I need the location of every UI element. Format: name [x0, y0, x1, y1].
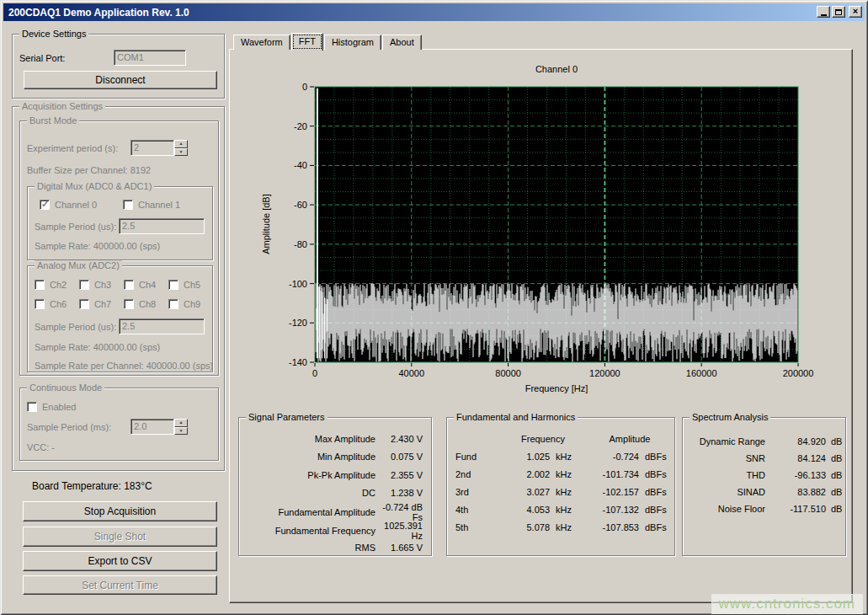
harmonic-frequency-unit: kHz [550, 452, 583, 462]
titlebar: 200CDAQ1 Demo Application Rev. 1.0 × [3, 3, 865, 21]
table-row: Noise Floor-117.510dB [684, 500, 844, 517]
harmonics-table: Frequency Amplitude Fund1.025kHz-0.724dB… [455, 430, 671, 536]
tab-label: Histogram [332, 37, 374, 47]
signal-parameters-legend: Signal Parameters [246, 412, 327, 422]
row-value: 0.075 V [375, 452, 428, 462]
harmonics-col-frequency: Frequency [503, 434, 583, 444]
harmonics-rows: Fund1.025kHz-0.724dBFs2nd2.002kHz-101.73… [455, 447, 671, 536]
harmonics-group: Fundamental and Harmonics Frequency Ampl… [446, 417, 675, 556]
burst-mode-group: Burst Mode Experiment period (s): 2 ▲▼ B… [19, 120, 219, 376]
row-value: 2.430 V [375, 434, 428, 444]
amux-sample-period-label: Sample Period (us): [35, 322, 116, 332]
spin-up-icon: ▲ [174, 419, 188, 427]
buffer-size-text: Buffer Size per Channel: 8192 [27, 165, 151, 175]
row-value: -117.510 [765, 504, 826, 514]
analog-channel-ch5: Ch5 [168, 280, 200, 290]
harmonic-frequency: 2.002 [503, 469, 550, 479]
ch7-label: Ch7 [94, 299, 111, 309]
y-tick-label: -40 [294, 160, 307, 170]
spectrum-analysis-group: Spectrum Analysis Dynamic Range84.920dBS… [682, 417, 846, 556]
tab-about[interactable]: About [382, 35, 422, 50]
spin-down-icon: ▼ [174, 427, 188, 436]
ch5-label: Ch5 [184, 280, 200, 290]
row-label: SINAD [684, 487, 765, 497]
tab-strip: WaveformFFTHistogramAbout [233, 33, 423, 50]
continuous-mode-group: Continuous Mode Enabled Sample Period (m… [19, 388, 219, 461]
tab-label: FFT [299, 36, 316, 46]
analog-channel-ch3: Ch3 [79, 280, 111, 290]
x-tick-label: 160000 [686, 368, 717, 378]
ch9-label: Ch9 [184, 299, 200, 309]
export-to-csv-button[interactable]: Export to CSV [23, 551, 217, 571]
harmonic-name: 5th [455, 522, 503, 532]
analog-channel-ch4: Ch4 [124, 280, 156, 290]
ch3-label: Ch3 [94, 280, 111, 290]
tab-label: About [390, 37, 414, 47]
acquisition-settings-legend: Acquisition Settings [19, 101, 105, 111]
harmonic-frequency-unit: kHz [550, 505, 583, 515]
harmonic-amplitude: -102.157 [583, 487, 639, 497]
x-tick-label: 200000 [783, 368, 814, 378]
ch2-label: Ch2 [50, 280, 67, 290]
ch6-checkbox [35, 299, 45, 309]
row-label: Fundamental Amplitude [242, 507, 375, 517]
ch5-checkbox [168, 280, 178, 290]
single-shot-button: Single Shot [23, 527, 217, 547]
tab-waveform[interactable]: Waveform [233, 35, 290, 50]
row-value: 83.882 [765, 487, 826, 497]
stop-acquisition-button[interactable]: Stop Acquisition [23, 501, 217, 521]
ch8-checkbox [124, 299, 134, 309]
row-label: RMS [242, 543, 375, 553]
chart-title: Channel 0 [535, 64, 578, 74]
harmonic-amplitude-unit: dBFs [639, 487, 676, 497]
harmonic-amplitude-unit: dBFs [639, 452, 676, 462]
harmonic-amplitude: -101.734 [583, 469, 639, 479]
ch6-label: Ch6 [50, 299, 67, 309]
close-button[interactable]: × [849, 6, 862, 18]
harmonic-frequency: 4.053 [503, 505, 550, 515]
y-tick-label: -100 [289, 279, 307, 289]
maximize-button[interactable] [832, 6, 845, 18]
table-row: THD-96.133dB [684, 467, 844, 484]
harmonics-header: Frequency Amplitude [455, 430, 671, 447]
experiment-period-spinner: 2 ▲▼ [130, 140, 188, 156]
row-value: 84.124 [765, 453, 826, 463]
continuous-enabled-label: Enabled [42, 402, 76, 412]
table-row: DC1.238 V [242, 484, 428, 503]
tab-histogram[interactable]: Histogram [324, 35, 381, 50]
table-row: 2nd2.002kHz-101.734dBFs [455, 465, 671, 483]
watermark: www.cntronics.com [711, 594, 863, 614]
table-row: RMS1.665 V [242, 538, 428, 557]
analog-channel-ch9: Ch9 [168, 299, 200, 309]
y-tick-label: -120 [289, 318, 307, 328]
row-label: SNR [684, 453, 765, 463]
ch7-checkbox [79, 299, 89, 309]
serial-port-field: COM1 [114, 50, 186, 66]
amux-sample-rate-text: Sample Rate: 400000.00 (sps) [35, 342, 160, 352]
table-row: Min Amplitude0.075 V [242, 448, 428, 467]
channel1-checkbox-row: Channel 1 [123, 200, 180, 210]
harmonic-name: 4th [455, 505, 503, 515]
fft-chart: 040000800001200001600002000000-20-40-60-… [236, 51, 859, 404]
tab-fft[interactable]: FFT [291, 33, 323, 51]
continuous-sample-period-label: Sample Period (ms): [27, 422, 111, 432]
experiment-period-value: 2 [130, 140, 174, 156]
harmonic-amplitude: -0.724 [583, 452, 639, 462]
channel0-checkbox-row: Channel 0 [40, 200, 97, 210]
minimize-button[interactable] [817, 6, 830, 18]
set-current-time-button: Set Current Time [23, 575, 217, 595]
acquisition-settings-group: Acquisition Settings Burst Mode Experime… [12, 106, 225, 471]
continuous-sample-period-value: 2.0 [130, 419, 174, 435]
digital-mux-group: Digital Mux (ADC0 & ADC1) Channel 0 Chan… [27, 186, 213, 260]
burst-mode-legend: Burst Mode [27, 115, 79, 126]
disconnect-button[interactable]: Disconnect [24, 71, 217, 89]
table-row: 3rd3.027kHz-102.157dBFs [455, 483, 671, 500]
board-temperature-text: Board Temperature: 183°C [32, 480, 152, 492]
harmonic-amplitude: -107.132 [583, 505, 639, 515]
table-row: SINAD83.882dB [684, 484, 844, 500]
row-label: Noise Floor [684, 504, 765, 514]
row-unit: dB [826, 470, 848, 480]
ch8-label: Ch8 [139, 299, 156, 309]
channel1-label: Channel 1 [138, 200, 180, 210]
continuous-sample-period-spinner: 2.0 ▲▼ [130, 419, 188, 435]
